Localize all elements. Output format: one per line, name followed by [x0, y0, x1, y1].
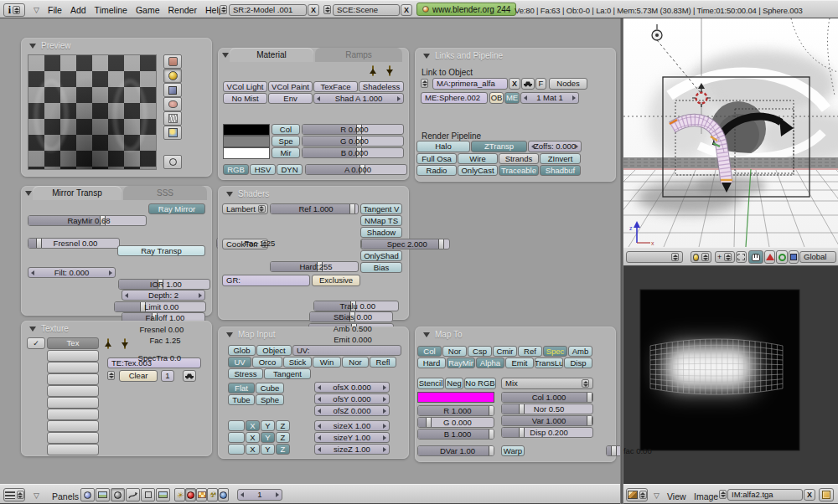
auto-name-button[interactable] — [183, 370, 196, 382]
screen-name-field[interactable]: SR:2-Model .001 — [229, 4, 307, 16]
pipeline-row1-zoffs-0-000[interactable]: Zoffs: 0.000 — [528, 141, 582, 152]
mapto-factor-sliders-var-1-000[interactable]: Var 1.000 — [501, 415, 593, 426]
move-down-icon[interactable] — [389, 65, 391, 76]
axis-matrix-row2-z[interactable]: Z — [276, 432, 290, 443]
move-up-icon[interactable] — [372, 65, 374, 76]
editing-context-button[interactable] — [126, 488, 140, 501]
shading-context-button[interactable] — [111, 488, 125, 501]
mode-menu[interactable] — [626, 251, 683, 263]
viewport-3d[interactable]: z x — [623, 18, 838, 247]
window-type-button[interactable] — [3, 488, 25, 501]
exclusive-button[interactable]: Exclusive — [312, 275, 360, 286]
preview-refresh-button[interactable] — [163, 155, 182, 169]
color-space-buttons-dyn[interactable]: DYN — [277, 164, 303, 175]
mapto-factor-sliders-col-1-000[interactable]: Col 1.000 — [501, 392, 593, 403]
world-subcontext-button[interactable] — [218, 488, 229, 501]
pipeline-row2-full-osa[interactable]: Full Osa — [416, 153, 457, 164]
menubar-render[interactable]: Render — [164, 3, 201, 17]
size-fields-sizex-1-00[interactable]: sizeX 1.00 — [314, 420, 390, 431]
mapto-row1-ref[interactable]: Ref — [518, 346, 542, 357]
fake-user-button[interactable]: F — [535, 78, 546, 90]
preview-cube-button[interactable] — [163, 83, 182, 97]
mapto-row1-spec[interactable]: Spec — [543, 346, 567, 357]
stencil-row-neg[interactable]: Neg — [445, 378, 463, 389]
uv-image-editor[interactable] — [623, 266, 838, 484]
image-unlink-button[interactable]: X — [804, 489, 815, 501]
texture-slots-6[interactable] — [47, 420, 99, 432]
texture-enable-checkbox[interactable] — [27, 337, 45, 349]
offset-fields-ofsx-0-000[interactable]: ofsX 0.000 — [314, 382, 390, 393]
nodes-button[interactable]: Nodes — [549, 78, 587, 90]
coords-row2-refl[interactable]: Refl — [370, 357, 396, 368]
shader-side-toggles-nmap-ts[interactable]: NMap TS — [360, 215, 402, 226]
view-menu[interactable]: View — [667, 491, 686, 501]
menubar-timeline[interactable]: Timeline — [91, 3, 132, 17]
raymir-slider[interactable]: RayMir 0.68 — [28, 215, 147, 226]
panel-collapse-icon[interactable] — [226, 192, 233, 197]
material-options-row2-shad-a-1-000[interactable]: Shad A 1.000 — [313, 93, 404, 104]
mapto-rgb-sliders-b-1-000[interactable]: B 1.000 — [417, 429, 494, 440]
move-down-icon[interactable] — [124, 338, 126, 349]
projection-row1-flat[interactable]: Flat — [228, 383, 255, 393]
move-up-icon[interactable] — [107, 338, 109, 349]
rotate-manipulator-button[interactable] — [776, 250, 788, 264]
coords-row3-stress[interactable]: Stress — [228, 368, 263, 379]
projection-row2-tube[interactable]: Tube — [228, 394, 255, 405]
blend-mode-menu[interactable]: Mix — [501, 378, 593, 389]
image-name-field[interactable]: IM:alfa2.tga — [727, 489, 803, 501]
mir-toggle[interactable]: Mir — [272, 147, 300, 158]
spe-toggle[interactable]: Spe — [272, 136, 300, 147]
filt-field[interactable]: Filt: 0.000 — [28, 267, 116, 278]
mesh-name-field[interactable]: ME:Sphere.002 — [421, 92, 488, 104]
pipeline-row3-onlycast[interactable]: OnlyCast — [458, 165, 498, 176]
panel-collapse-icon[interactable] — [25, 191, 32, 196]
tralu-slider[interactable]: Tralu 0.00 — [313, 301, 399, 311]
texture-slot-active[interactable]: Tex — [47, 337, 99, 349]
color-space-buttons-hsv[interactable]: HSV — [250, 164, 276, 175]
texture-slots-2[interactable] — [47, 373, 99, 385]
axis-matrix-row3-y[interactable]: Y — [261, 444, 275, 455]
panel-collapse-icon[interactable] — [423, 54, 430, 59]
material-options-row1-vcol-light[interactable]: VCol Light — [223, 81, 267, 92]
pipeline-row3-shadbuf[interactable]: Shadbuf — [540, 165, 581, 176]
dvar-slider[interactable]: DVar 1.00 — [417, 445, 494, 456]
axis-matrix-row2-x[interactable]: X — [246, 432, 260, 443]
mapto-rgb-sliders-g-0-000[interactable]: G 0.000 — [417, 417, 494, 428]
scale-manipulator-button[interactable] — [789, 250, 799, 264]
offset-fields-ofsy-0-000[interactable]: ofsY 0.000 — [314, 393, 390, 404]
scene-name-field[interactable]: SCE:Scene — [333, 4, 400, 16]
mapto-row1-col[interactable]: Col — [417, 346, 442, 357]
mapto-row1-amb[interactable]: Amb — [568, 346, 592, 357]
pipeline-row3-traceable[interactable]: Traceable — [499, 165, 539, 176]
coords-row2-uv[interactable]: UV — [228, 357, 251, 368]
screen-dropdown-icon[interactable] — [220, 5, 227, 14]
shader-side-toggles-onlyshad[interactable]: OnlyShad — [360, 250, 402, 261]
axis-matrix-row2-0[interactable] — [228, 432, 245, 443]
stencil-row-stencil[interactable]: Stencil — [417, 378, 444, 389]
collapse-menus-icon[interactable] — [654, 491, 660, 500]
manipulator-toggle[interactable] — [748, 250, 763, 264]
color-swatch-black[interactable] — [223, 124, 270, 136]
preview-sphere-button[interactable] — [163, 69, 182, 83]
panel-collapse-icon[interactable] — [423, 332, 430, 337]
tab-sss[interactable]: SSS — [123, 186, 207, 200]
mapto-factor-sliders-nor-0-50[interactable]: Nor 0.50 — [501, 404, 593, 414]
image-menu[interactable]: Image — [694, 491, 718, 501]
mapto-row2-alpha[interactable]: Alpha — [476, 357, 504, 368]
mapto-row2-hard[interactable]: Hard — [417, 357, 446, 368]
mapto-row2-emit[interactable]: Emit — [505, 357, 534, 368]
alpha-slider[interactable]: A 0.000 — [305, 164, 407, 175]
fresnel-slider[interactable]: Fresnel 0.00 — [28, 238, 120, 249]
material-options-row1-vcol-paint[interactable]: VCol Paint — [268, 81, 313, 92]
logic-context-button[interactable] — [80, 488, 95, 501]
axis-matrix-row1-y[interactable]: Y — [261, 420, 275, 431]
size-fields-sizez-1-00[interactable]: sizeZ 1.00 — [314, 444, 390, 455]
material-subcontext-button[interactable] — [185, 488, 196, 501]
texture-slots-7[interactable] — [47, 432, 99, 444]
axis-matrix-row1-z[interactable]: Z — [276, 420, 290, 431]
ref-slider[interactable]: Ref 1.000 — [270, 203, 359, 214]
rgb-sliders-b-0-000[interactable]: B 0.000 — [302, 147, 404, 158]
preview-monkey-button[interactable] — [163, 97, 182, 111]
warp-toggle[interactable]: Warp — [501, 445, 525, 456]
image-browse-icon[interactable] — [719, 490, 727, 499]
